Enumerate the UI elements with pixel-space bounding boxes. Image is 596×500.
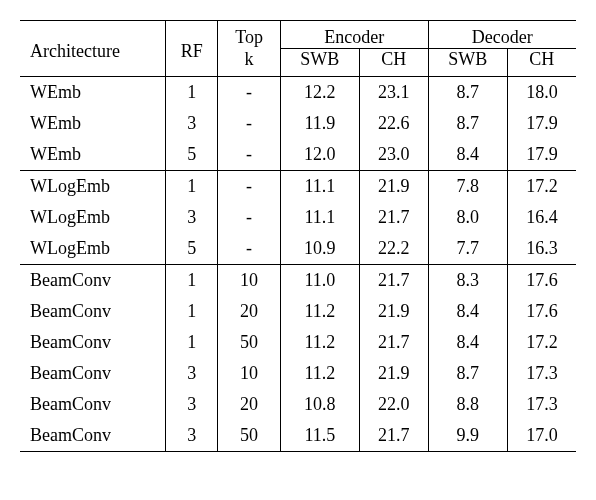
cell-enc-swb: 10.9 bbox=[280, 233, 359, 265]
cell-enc-ch: 22.2 bbox=[359, 233, 428, 265]
cell-topk: 10 bbox=[218, 265, 280, 297]
table-row: BeamConv11011.021.78.317.6 bbox=[20, 265, 576, 297]
cell-enc-swb: 11.2 bbox=[280, 327, 359, 358]
header-enc-swb: SWB bbox=[280, 49, 359, 77]
cell-architecture: BeamConv bbox=[20, 265, 166, 297]
table-row: BeamConv35011.521.79.917.0 bbox=[20, 420, 576, 452]
cell-dec-swb: 8.4 bbox=[428, 139, 507, 171]
table-row: BeamConv15011.221.78.417.2 bbox=[20, 327, 576, 358]
cell-dec-ch: 17.2 bbox=[507, 171, 576, 203]
cell-rf: 3 bbox=[166, 202, 218, 233]
cell-enc-swb: 11.5 bbox=[280, 420, 359, 452]
header-dec-swb: SWB bbox=[428, 49, 507, 77]
table-row: BeamConv12011.221.98.417.6 bbox=[20, 296, 576, 327]
cell-rf: 1 bbox=[166, 265, 218, 297]
cell-enc-ch: 23.1 bbox=[359, 77, 428, 109]
header-top: Top bbox=[218, 21, 280, 49]
table-row: WLogEmb5-10.922.27.716.3 bbox=[20, 233, 576, 265]
header-enc-ch: CH bbox=[359, 49, 428, 77]
cell-dec-swb: 7.7 bbox=[428, 233, 507, 265]
cell-enc-ch: 21.9 bbox=[359, 171, 428, 203]
cell-enc-swb: 12.2 bbox=[280, 77, 359, 109]
cell-dec-swb: 8.4 bbox=[428, 296, 507, 327]
header-architecture: Architecture bbox=[20, 21, 166, 77]
header-decoder: Decoder bbox=[428, 21, 576, 49]
cell-rf: 1 bbox=[166, 77, 218, 109]
cell-dec-swb: 8.3 bbox=[428, 265, 507, 297]
cell-rf: 3 bbox=[166, 389, 218, 420]
cell-enc-swb: 11.1 bbox=[280, 171, 359, 203]
header-row-1: Architecture RF Top Encoder Decoder bbox=[20, 21, 576, 49]
cell-enc-swb: 11.2 bbox=[280, 296, 359, 327]
table-header: Architecture RF Top Encoder Decoder k SW… bbox=[20, 21, 576, 77]
cell-dec-ch: 17.9 bbox=[507, 108, 576, 139]
table-body: WEmb1-12.223.18.718.0WEmb3-11.922.68.717… bbox=[20, 77, 576, 452]
cell-topk: 50 bbox=[218, 327, 280, 358]
cell-dec-ch: 16.4 bbox=[507, 202, 576, 233]
cell-enc-swb: 11.9 bbox=[280, 108, 359, 139]
cell-architecture: WEmb bbox=[20, 108, 166, 139]
cell-rf: 1 bbox=[166, 171, 218, 203]
cell-architecture: WLogEmb bbox=[20, 202, 166, 233]
cell-architecture: WLogEmb bbox=[20, 233, 166, 265]
cell-architecture: BeamConv bbox=[20, 296, 166, 327]
cell-dec-swb: 8.7 bbox=[428, 108, 507, 139]
header-dec-ch: CH bbox=[507, 49, 576, 77]
cell-architecture: BeamConv bbox=[20, 389, 166, 420]
cell-architecture: WLogEmb bbox=[20, 171, 166, 203]
cell-dec-ch: 17.9 bbox=[507, 139, 576, 171]
cell-topk: - bbox=[218, 77, 280, 109]
cell-architecture: WEmb bbox=[20, 77, 166, 109]
cell-dec-swb: 8.0 bbox=[428, 202, 507, 233]
cell-dec-ch: 16.3 bbox=[507, 233, 576, 265]
cell-topk: 10 bbox=[218, 358, 280, 389]
cell-topk: - bbox=[218, 139, 280, 171]
cell-enc-swb: 11.1 bbox=[280, 202, 359, 233]
cell-architecture: BeamConv bbox=[20, 358, 166, 389]
cell-rf: 3 bbox=[166, 358, 218, 389]
cell-architecture: BeamConv bbox=[20, 420, 166, 452]
cell-dec-ch: 18.0 bbox=[507, 77, 576, 109]
cell-enc-ch: 21.9 bbox=[359, 296, 428, 327]
cell-enc-swb: 12.0 bbox=[280, 139, 359, 171]
cell-enc-swb: 11.0 bbox=[280, 265, 359, 297]
header-rf: RF bbox=[166, 21, 218, 77]
cell-dec-swb: 8.8 bbox=[428, 389, 507, 420]
cell-topk: 50 bbox=[218, 420, 280, 452]
table-row: BeamConv32010.822.08.817.3 bbox=[20, 389, 576, 420]
cell-dec-ch: 17.0 bbox=[507, 420, 576, 452]
cell-rf: 3 bbox=[166, 420, 218, 452]
cell-enc-ch: 21.7 bbox=[359, 420, 428, 452]
cell-topk: - bbox=[218, 171, 280, 203]
cell-rf: 5 bbox=[166, 233, 218, 265]
table-row: WLogEmb3-11.121.78.016.4 bbox=[20, 202, 576, 233]
cell-rf: 1 bbox=[166, 296, 218, 327]
cell-enc-ch: 22.6 bbox=[359, 108, 428, 139]
cell-topk: 20 bbox=[218, 389, 280, 420]
cell-dec-ch: 17.3 bbox=[507, 389, 576, 420]
cell-dec-ch: 17.6 bbox=[507, 296, 576, 327]
cell-enc-swb: 10.8 bbox=[280, 389, 359, 420]
cell-topk: - bbox=[218, 108, 280, 139]
cell-architecture: BeamConv bbox=[20, 327, 166, 358]
results-table-wrapper: Architecture RF Top Encoder Decoder k SW… bbox=[20, 20, 576, 452]
table-row: WLogEmb1-11.121.97.817.2 bbox=[20, 171, 576, 203]
cell-dec-ch: 17.6 bbox=[507, 265, 576, 297]
table-row: WEmb5-12.023.08.417.9 bbox=[20, 139, 576, 171]
cell-enc-ch: 21.7 bbox=[359, 265, 428, 297]
header-k: k bbox=[218, 49, 280, 77]
cell-rf: 1 bbox=[166, 327, 218, 358]
cell-enc-ch: 21.7 bbox=[359, 202, 428, 233]
cell-enc-ch: 22.0 bbox=[359, 389, 428, 420]
cell-topk: 20 bbox=[218, 296, 280, 327]
cell-topk: - bbox=[218, 233, 280, 265]
table-row: WEmb3-11.922.68.717.9 bbox=[20, 108, 576, 139]
table-row: WEmb1-12.223.18.718.0 bbox=[20, 77, 576, 109]
cell-dec-swb: 7.8 bbox=[428, 171, 507, 203]
cell-enc-ch: 21.7 bbox=[359, 327, 428, 358]
cell-rf: 3 bbox=[166, 108, 218, 139]
cell-architecture: WEmb bbox=[20, 139, 166, 171]
cell-enc-ch: 21.9 bbox=[359, 358, 428, 389]
cell-enc-swb: 11.2 bbox=[280, 358, 359, 389]
cell-dec-swb: 8.4 bbox=[428, 327, 507, 358]
